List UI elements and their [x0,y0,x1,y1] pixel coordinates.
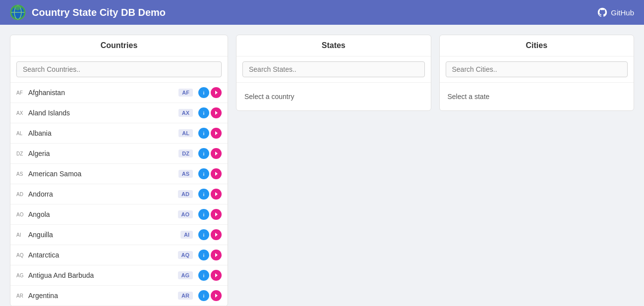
arrow-right-icon [213,191,219,197]
country-name: Antigua And Barbuda [28,271,178,279]
country-name: Argentina [28,292,178,300]
info-icon: i [201,130,207,136]
country-name: American Samoa [28,170,178,178]
country-item[interactable]: ai Anguilla AI i [10,225,228,245]
country-select-button[interactable] [211,229,222,240]
country-select-button[interactable] [211,107,222,118]
country-code-small: ax [16,110,26,116]
cities-search-input[interactable] [446,61,628,77]
arrow-right-icon [213,232,219,238]
states-panel-header: States [236,35,431,56]
country-name: Afghanistan [28,89,178,97]
country-info-button[interactable]: i [198,87,209,98]
states-search-input[interactable] [242,61,425,77]
info-icon: i [201,90,207,96]
country-info-button[interactable]: i [198,270,209,281]
arrow-right-icon [213,171,219,177]
country-code-small: ag [16,273,26,278]
country-badge: AD [178,190,193,198]
country-badge: AQ [178,251,193,259]
countries-panel: Countries af Afghanistan AF i ax Al [10,35,228,306]
cities-panel: Cities Select a state [439,35,635,111]
arrow-right-icon [213,211,219,217]
info-icon: i [201,272,207,278]
svg-text:i: i [203,212,205,217]
country-info-button[interactable]: i [198,148,209,159]
states-panel: States Select a country [236,35,431,111]
svg-point-5 [15,5,20,10]
svg-text:i: i [203,111,205,116]
cities-panel-header: Cities [440,35,634,56]
country-info-button[interactable]: i [198,290,209,301]
country-item[interactable]: as American Samoa AS i [10,164,228,184]
country-item[interactable]: aq Antarctica AQ i [10,245,228,265]
svg-text:i: i [203,91,205,96]
country-info-button[interactable]: i [198,189,209,200]
country-name: Antarctica [28,251,178,259]
countries-search-container [10,56,228,83]
country-select-button[interactable] [211,209,222,220]
country-item[interactable]: al Albania AL i [10,123,228,144]
cities-placeholder: Select a state [440,83,634,110]
countries-search-input[interactable] [16,61,222,77]
svg-marker-11 [215,111,218,115]
country-info-button[interactable]: i [198,128,209,139]
country-badge: AR [178,292,193,300]
country-select-button[interactable] [211,148,222,159]
main-content: Countries af Afghanistan AF i ax Al [0,25,644,306]
svg-marker-14 [215,131,218,135]
info-icon: i [201,211,207,217]
arrow-right-icon [213,130,219,136]
country-select-button[interactable] [211,189,222,200]
github-link[interactable]: GitHub [597,7,634,18]
country-info-button[interactable]: i [198,229,209,240]
country-item[interactable]: ao Angola AO i [10,204,228,225]
country-item[interactable]: af Afghanistan AF i [10,83,228,103]
svg-marker-38 [215,294,218,298]
country-select-button[interactable] [211,290,222,301]
country-badge: AF [178,89,193,97]
info-icon: i [201,252,207,258]
country-item[interactable]: ar Argentina AR i [10,286,228,306]
country-badge: AS [178,170,193,178]
info-icon: i [201,191,207,197]
svg-marker-26 [215,212,218,216]
countries-panel-header: Countries [10,35,228,56]
svg-text:i: i [203,233,205,238]
country-select-button[interactable] [211,168,222,179]
states-search-container [236,56,431,83]
country-info-button[interactable]: i [198,250,209,260]
country-select-button[interactable] [211,87,222,98]
country-code-small: ar [16,293,26,299]
svg-marker-17 [215,152,218,155]
svg-marker-8 [215,91,218,95]
country-item[interactable]: ax Aland Islands AX i [10,103,228,123]
svg-text:i: i [203,152,205,156]
country-item[interactable]: ad Andorra AD i [10,184,228,204]
country-code-small: as [16,171,26,177]
arrow-right-icon [213,110,219,116]
country-select-button[interactable] [211,270,222,281]
header-left: Country State City DB Demo [10,4,166,20]
cities-search-container [440,56,634,83]
country-select-button[interactable] [211,250,222,260]
country-select-button[interactable] [211,128,222,139]
country-badge: AO [178,210,193,218]
country-item[interactable]: dz Algeria DZ i [10,144,228,164]
info-icon: i [201,232,207,238]
svg-marker-29 [215,233,218,237]
svg-text:i: i [203,253,205,258]
country-badge: AG [178,271,193,279]
arrow-right-icon [213,252,219,258]
arrow-right-icon [213,293,219,299]
svg-marker-20 [215,172,218,176]
country-info-button[interactable]: i [198,107,209,118]
country-info-button[interactable]: i [198,168,209,179]
states-placeholder: Select a country [236,83,431,110]
country-item[interactable]: ag Antigua And Barbuda AG i [10,265,228,286]
info-icon: i [201,171,207,177]
country-badge: AI [180,231,193,239]
app-title: Country State City DB Demo [32,7,166,18]
app-header: Country State City DB Demo GitHub [0,0,644,25]
country-info-button[interactable]: i [198,209,209,220]
